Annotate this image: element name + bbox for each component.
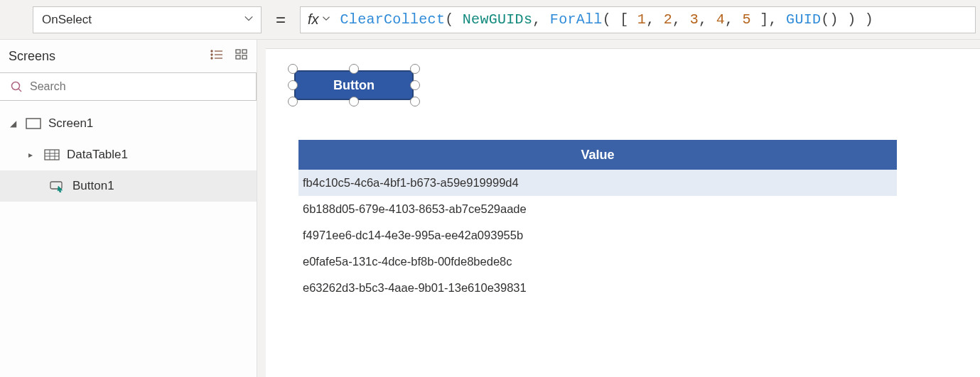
equals-label: =: [262, 10, 300, 30]
search-input[interactable]: [30, 80, 256, 93]
formula-input[interactable]: fx ClearCollect( NewGUIDs, ForAll( [ 1, …: [300, 6, 976, 33]
formula-bar: OnSelect = fx ClearCollect( NewGUIDs, Fo…: [0, 0, 980, 40]
tree-label: Button1: [72, 179, 114, 193]
search-icon: [10, 80, 23, 93]
svg-rect-6: [236, 50, 240, 53]
panel-title: Screens: [9, 49, 55, 64]
tree-label: DataTable1: [67, 148, 128, 162]
screens-panel: Screens ◢: [0, 40, 257, 377]
svg-rect-12: [26, 119, 41, 129]
tree-datatable1[interactable]: ▸ DataTable1: [0, 139, 257, 170]
table-row[interactable]: e63262d3-b5c3-4aae-9b01-13e610e39831: [298, 275, 897, 301]
svg-rect-9: [242, 55, 247, 59]
grid-icon[interactable]: [235, 49, 248, 64]
canvas-button[interactable]: Button: [294, 70, 414, 100]
formula-code: ClearCollect( NewGUIDs, ForAll( [ 1, 2, …: [340, 11, 874, 28]
svg-rect-8: [236, 55, 240, 59]
svg-line-11: [18, 89, 21, 92]
table-header[interactable]: Value: [298, 140, 897, 170]
resize-handle-sw[interactable]: [288, 97, 298, 106]
svg-rect-7: [242, 50, 247, 53]
screen-icon: [26, 117, 41, 130]
resize-handle-s[interactable]: [349, 97, 359, 106]
resize-handle-w[interactable]: [288, 80, 298, 90]
caret-down-icon[interactable]: ◢: [10, 119, 18, 129]
chevron-down-icon: [244, 13, 254, 27]
fx-icon: fx: [308, 11, 319, 28]
resize-handle-se[interactable]: [410, 97, 420, 106]
table-row[interactable]: 6b188d05-679e-4103-8653-ab7ce529aade: [298, 196, 897, 222]
svg-point-4: [211, 54, 212, 55]
property-value: OnSelect: [42, 13, 92, 27]
table-row[interactable]: e0fafe5a-131c-4dce-bf8b-00fde8bede8c: [298, 248, 897, 275]
caret-right-icon[interactable]: ▸: [28, 150, 37, 160]
property-dropdown[interactable]: OnSelect: [33, 6, 262, 33]
button-text: Button: [333, 78, 375, 93]
svg-point-10: [12, 82, 20, 90]
table-row[interactable]: f4971ee6-dc14-4e3e-995a-ee42a093955b: [298, 222, 897, 248]
svg-rect-13: [45, 150, 59, 160]
tree-label: Screen1: [48, 116, 93, 131]
search-box[interactable]: [0, 72, 257, 101]
chevron-down-icon[interactable]: [322, 14, 330, 26]
tree-view: ◢ Screen1 ▸ DataTable1: [0, 101, 257, 202]
resize-handle-nw[interactable]: [288, 64, 298, 74]
table-row[interactable]: fb4c10c5-4c6a-4bf1-b673-a59e919999d4: [298, 170, 897, 196]
canvas-datatable[interactable]: Value fb4c10c5-4c6a-4bf1-b673-a59e919999…: [298, 140, 897, 301]
datatable-icon: [44, 148, 60, 161]
header-label: Value: [581, 148, 614, 162]
design-canvas[interactable]: Button Value fb4c10c5-4c6a-4bf1-b673-a: [266, 48, 980, 377]
list-icon[interactable]: [210, 49, 224, 64]
resize-handle-ne[interactable]: [410, 64, 420, 74]
resize-handle-n[interactable]: [349, 64, 359, 74]
selected-button-control[interactable]: Button: [294, 70, 414, 100]
resize-handle-e[interactable]: [410, 80, 420, 90]
tree-button1[interactable]: Button1: [0, 170, 257, 202]
button-icon: [50, 180, 65, 192]
svg-point-5: [211, 58, 212, 59]
svg-point-3: [211, 50, 212, 52]
tree-screen1[interactable]: ◢ Screen1: [0, 108, 257, 139]
